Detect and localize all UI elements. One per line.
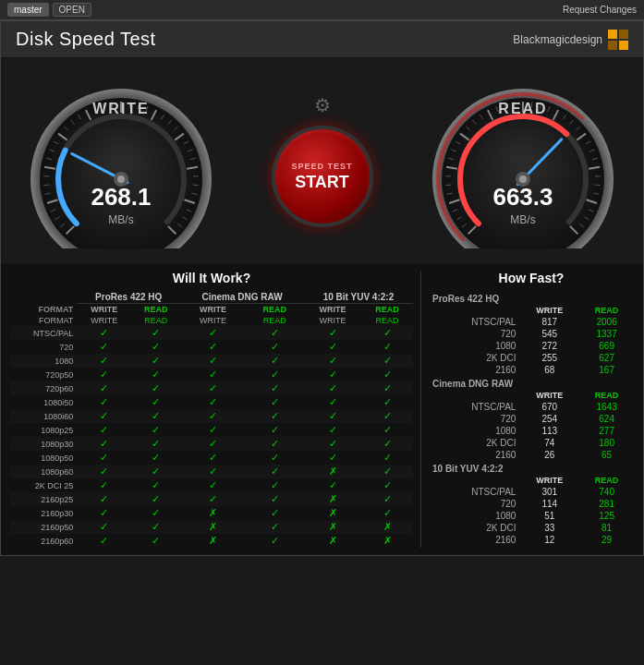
check-cell: ✓ — [131, 340, 180, 354]
check-cell: ✓ — [361, 423, 413, 437]
data-section: Will It Work? ProRes 422 HQ Cinema DNG R… — [1, 263, 643, 555]
write-col-header: WRITE — [519, 305, 579, 316]
how-fast-row: 1080113277 — [429, 425, 634, 437]
how-fast-header-row: WRITEREAD — [429, 305, 634, 316]
format-cell: 1080p50 — [10, 451, 77, 465]
format-cell: FORMAT — [10, 315, 77, 326]
tab-master[interactable]: master — [7, 3, 49, 17]
format-cell: 2160p50 — [10, 520, 77, 534]
how-fast-panel: How Fast? ProRes 422 HQWRITEREADNTSC/PAL… — [421, 271, 634, 548]
check-cell: ✓ — [180, 492, 246, 506]
check-cell: ✓ — [131, 437, 180, 451]
check-cell: ✓ — [131, 409, 180, 423]
check-cell: ✓ — [131, 395, 180, 409]
write-value-cell: 12 — [519, 534, 579, 546]
check-cell: ✓ — [180, 423, 246, 437]
check-cell: ✓ — [131, 354, 180, 368]
check-cell: ✓ — [304, 326, 361, 340]
check-cell: ✓ — [246, 354, 304, 368]
start-button[interactable]: SPEED TEST START — [272, 126, 373, 227]
how-fast-header-row: WRITEREAD — [429, 475, 634, 486]
write-value-cell: 817 — [519, 316, 579, 328]
check-cell: ✓ — [131, 520, 180, 534]
check-cell: ✓ — [361, 381, 413, 395]
empty-header — [429, 475, 519, 486]
read-value-cell: 29 — [579, 534, 634, 546]
format-cell: 2K DCI 25 — [10, 478, 77, 492]
table-row: 1080i60✓✓✓✓✓✓ — [10, 409, 413, 423]
table-row: FORMATWRITEREADWRITEREADWRITEREAD — [10, 315, 413, 326]
title-bar: Disk Speed Test Blackmagicdesign — [1, 21, 643, 58]
check-cell: ✓ — [246, 520, 304, 534]
how-fast-row: NTSC/PAL8172006 — [429, 316, 634, 328]
check-cell: ✓ — [361, 395, 413, 409]
check-cell: ✓ — [304, 409, 361, 423]
check-cell: ✓ — [131, 465, 180, 478]
how-fast-title: How Fast? — [429, 271, 634, 285]
how-fast-row: 108051125 — [429, 510, 634, 522]
read-value-cell: 740 — [579, 486, 634, 498]
check-cell: ✓ — [246, 409, 304, 423]
read-value-cell: 1643 — [579, 401, 634, 413]
check-cell: ✓ — [77, 381, 131, 395]
write-value-cell: 33 — [519, 522, 579, 534]
check-cell: ✓ — [180, 465, 246, 478]
app-window: Disk Speed Test Blackmagicdesign WRITE 2… — [0, 20, 644, 556]
check-cell: ✓ — [77, 423, 131, 437]
how-fast-row: 7205451337 — [429, 328, 634, 340]
read-value-cell: 277 — [579, 425, 634, 437]
check-cell: ✓ — [77, 506, 131, 520]
settings-icon[interactable]: ⚙ — [314, 94, 331, 116]
format-cell: 2K DCI — [429, 522, 519, 534]
format-cell: 720 — [429, 413, 519, 425]
format-cell: 1080p30 — [10, 437, 77, 451]
check-cell: READ — [131, 315, 180, 326]
check-cell: ✓ — [180, 409, 246, 423]
check-cell: ✗ — [304, 492, 361, 506]
check-cell: ✓ — [77, 409, 131, 423]
check-cell: ✓ — [131, 368, 180, 381]
tab-open[interactable]: OPEN — [53, 3, 91, 17]
request-changes[interactable]: Request Changes — [563, 5, 637, 15]
format-cell: 720 — [10, 340, 77, 354]
write-value-cell: 74 — [519, 437, 579, 449]
check-cell: ✓ — [77, 326, 131, 340]
cinema-write-header: WRITE — [180, 304, 246, 316]
brand-sq-1 — [608, 30, 617, 39]
format-cell: 2K DCI — [429, 437, 519, 449]
check-cell: ✗ — [304, 506, 361, 520]
table-row: NTSC/PAL✓✓✓✓✓✓ — [10, 326, 413, 340]
format-cell: 1080i50 — [10, 395, 77, 409]
check-cell: ✓ — [246, 326, 304, 340]
check-cell: ✓ — [131, 534, 180, 548]
check-cell: ✓ — [180, 354, 246, 368]
read-col-header: READ — [579, 305, 634, 316]
check-cell: ✓ — [361, 409, 413, 423]
format-cell: 1080 — [429, 340, 519, 352]
check-cell: ✓ — [361, 340, 413, 354]
format-cell: 2K DCI — [429, 352, 519, 364]
check-cell: ✓ — [131, 492, 180, 506]
format-cell: 720p50 — [10, 368, 77, 381]
how-fast-header-row: WRITEREAD — [429, 390, 634, 401]
check-cell: ✓ — [180, 381, 246, 395]
format-cell: 1080 — [429, 425, 519, 437]
check-cell: ✓ — [180, 478, 246, 492]
how-fast-row: 1080272669 — [429, 340, 634, 352]
check-cell: WRITE — [304, 315, 361, 326]
read-gauge-container: READ 663.3 MB/s — [421, 73, 625, 248]
check-cell: READ — [246, 315, 304, 326]
format-cell: 2160p60 — [10, 534, 77, 548]
gauges-section: WRITE 268.1 MB/s ⚙ SPEED TEST START READ… — [1, 58, 643, 263]
check-cell: ✓ — [361, 492, 413, 506]
check-cell: ✓ — [304, 423, 361, 437]
write-gauge-label: WRITE — [19, 101, 223, 117]
read-value-cell: 2006 — [579, 316, 634, 328]
table-row: 2160p50✓✓✗✓✗✗ — [10, 520, 413, 534]
format-cell: 720 — [429, 498, 519, 510]
check-cell: ✓ — [77, 534, 131, 548]
check-cell: ✓ — [361, 506, 413, 520]
read-value-cell: 81 — [579, 522, 634, 534]
read-value-cell: 65 — [579, 449, 634, 461]
table-row: 2160p25✓✓✓✓✗✓ — [10, 492, 413, 506]
